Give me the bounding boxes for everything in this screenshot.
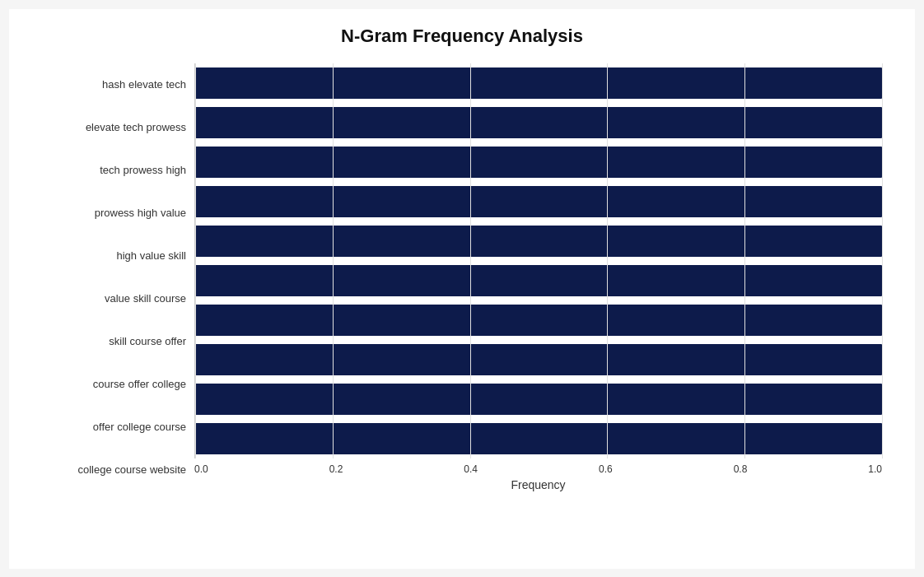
bars-section (194, 63, 882, 458)
x-tick: 0.0 (194, 463, 208, 475)
bars-and-xaxis: 0.00.20.40.60.81.0 Frequency (194, 63, 882, 491)
x-tick: 1.0 (868, 463, 882, 475)
bar-row (195, 64, 882, 102)
bar-row (195, 222, 882, 260)
bar (195, 186, 882, 217)
chart-area: hash elevate techelevate tech prowesstec… (42, 63, 882, 491)
bar (195, 226, 882, 257)
bar (195, 107, 882, 138)
chart-container: N-Gram Frequency Analysis hash elevate t… (9, 9, 915, 569)
bar (195, 423, 882, 454)
y-axis-labels: hash elevate techelevate tech prowesstec… (42, 63, 194, 491)
bar (195, 305, 882, 336)
bar-row (195, 104, 882, 142)
y-label: high value skill (116, 249, 186, 263)
y-label: elevate tech prowess (86, 121, 186, 134)
bar-row (195, 380, 882, 418)
bar-row (195, 341, 882, 379)
x-tick: 0.4 (464, 463, 478, 475)
bar (195, 344, 882, 375)
x-axis-ticks: 0.00.20.40.60.81.0 (194, 458, 882, 475)
y-label: hash elevate tech (102, 78, 186, 91)
y-label: course offer college (93, 378, 186, 391)
bar-row (195, 301, 882, 339)
bar-row (195, 143, 882, 181)
bar-row (195, 183, 882, 221)
grid-line (882, 63, 883, 458)
x-axis-label: Frequency (194, 478, 882, 491)
y-label: college course website (77, 463, 186, 477)
x-tick: 0.6 (599, 463, 613, 475)
y-label: skill course offer (109, 335, 186, 348)
chart-title: N-Gram Frequency Analysis (42, 26, 882, 47)
y-label: offer college course (93, 421, 186, 434)
bar (195, 265, 882, 296)
bar-row (195, 420, 882, 458)
bar (195, 147, 882, 178)
bar (195, 384, 882, 415)
y-label: tech prowess high (100, 164, 186, 177)
y-label: value skill course (105, 292, 186, 305)
x-tick: 0.2 (329, 463, 343, 475)
y-label: prowess high value (95, 207, 186, 220)
bar (195, 67, 882, 99)
x-tick: 0.8 (734, 463, 748, 475)
bar-row (195, 262, 882, 300)
